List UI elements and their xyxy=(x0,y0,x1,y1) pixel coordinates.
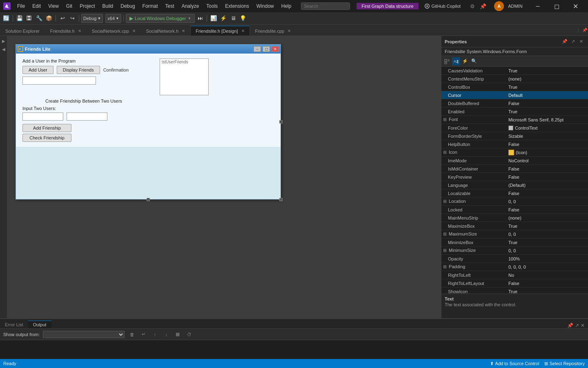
close-button[interactable]: ✕ xyxy=(566,0,585,12)
prop-value-keypreview[interactable]: False xyxy=(507,175,588,180)
tab-socialnetwork-h[interactable]: SocialNetwork.h ✕ xyxy=(141,26,190,36)
prop-value-righttoleftlayout[interactable]: False xyxy=(507,281,588,286)
form-maximize-btn[interactable]: ◻ xyxy=(263,46,270,52)
diag-btn[interactable]: 📊 xyxy=(209,14,218,23)
tab-friendslite-cpp[interactable]: Friendslite.cpp ✕ xyxy=(250,26,296,36)
prop-value-maximumsize[interactable]: 0, 0 xyxy=(507,232,588,237)
output-clear-btn[interactable]: 🗑 xyxy=(128,330,136,339)
tab-pin-btn[interactable]: 📌 xyxy=(581,24,588,36)
toolbox-btn[interactable]: 🔧 xyxy=(35,14,44,23)
resize-handle-mr[interactable] xyxy=(279,120,283,123)
output-source-dropdown[interactable] xyxy=(43,331,125,338)
prop-value-icon[interactable]: (Icon) xyxy=(507,150,588,155)
menu-project[interactable]: Project xyxy=(76,2,98,10)
form-titlebar[interactable]: F Friends Lite – ◻ ✕ xyxy=(16,45,281,54)
config-dropdown[interactable]: Debug ▼ xyxy=(81,14,103,23)
resize-handle-br[interactable] xyxy=(279,198,283,201)
run-button[interactable]: ▶ Local Windows Debugger ▼ xyxy=(126,14,195,23)
form-window[interactable]: F Friends Lite – ◻ ✕ Add a User in xyxy=(16,44,281,200)
tab-friendslite-cpp-close[interactable]: ✕ xyxy=(287,29,291,33)
menu-analyze[interactable]: Analyze xyxy=(178,2,203,10)
user2-input[interactable] xyxy=(67,112,107,121)
toolbox2-btn[interactable]: 📦 xyxy=(45,14,53,23)
menu-view[interactable]: View xyxy=(45,2,62,10)
left-sidebar-btn2[interactable]: ◀ xyxy=(0,46,7,52)
platform-dropdown[interactable]: x64 ▼ xyxy=(105,14,121,23)
cpu-btn[interactable]: 🖥 xyxy=(229,14,238,23)
prop-value-location[interactable]: 0, 0 xyxy=(507,199,588,204)
select-repository-btn[interactable]: ⊞ Select Repository xyxy=(544,361,585,366)
menu-edit[interactable]: Edit xyxy=(29,2,44,10)
prop-value-helpbutton[interactable]: False xyxy=(507,142,588,147)
prop-value-doublebuffered[interactable]: False xyxy=(507,101,588,106)
prop-value-padding[interactable]: 0, 0, 0, 0 xyxy=(507,265,588,269)
menu-debug[interactable]: Debug xyxy=(117,2,138,10)
add-user-btn[interactable]: Add User xyxy=(22,66,53,74)
copilot-pin-btn[interactable]: 📌 xyxy=(479,2,488,11)
copilot-extra-btn[interactable]: ⚙ xyxy=(468,2,477,11)
tab-solution-explorer[interactable]: Solution Explorer xyxy=(0,26,45,36)
menu-format[interactable]: Format xyxy=(139,2,161,10)
tab-overflow-btn[interactable]: ⋮ xyxy=(575,24,581,36)
tab-error-list[interactable]: Error List xyxy=(0,321,28,328)
prop-value-enabled[interactable]: True xyxy=(507,109,588,114)
tab-socialnetwork-cpp[interactable]: SocialNetwork.cpp ✕ xyxy=(87,26,141,36)
prop-value-showicon[interactable]: True xyxy=(507,289,588,294)
prop-value-minimumsize[interactable]: 0, 0 xyxy=(507,248,588,253)
prop-sort-alpha-btn[interactable]: AZ xyxy=(452,57,460,65)
prop-value-cursor[interactable]: Default xyxy=(507,93,588,98)
prop-value-forecolor[interactable]: ControlText xyxy=(507,126,588,130)
resize-handle-bm[interactable] xyxy=(147,198,150,201)
prop-value-controlbox[interactable]: True xyxy=(507,85,588,90)
output-pin-btn[interactable]: 📌 xyxy=(567,323,573,328)
output-close-btn[interactable]: ✕ xyxy=(581,323,585,328)
undo-btn[interactable]: ↩ xyxy=(58,14,67,23)
user-avatar[interactable]: A xyxy=(494,1,504,11)
add-friendship-btn[interactable]: Add Frienship xyxy=(22,124,71,132)
prop-value-opacity[interactable]: 100% xyxy=(507,256,588,261)
output-filter-btn[interactable]: ▦ xyxy=(174,330,182,339)
save-all-btn[interactable] xyxy=(25,14,34,23)
save-btn[interactable]: 💾 xyxy=(15,14,24,23)
add-source-control-btn[interactable]: ⬆ Add to Source Control xyxy=(490,361,539,366)
step-over-btn[interactable]: ⏭ xyxy=(196,14,205,23)
prop-search-btn[interactable]: 🔍 xyxy=(470,57,478,65)
redo-btn[interactable]: ↪ xyxy=(68,14,77,23)
github-copilot-button[interactable]: GitHub Copilot xyxy=(422,3,463,9)
new-project-btn[interactable]: 🔄 xyxy=(2,14,11,23)
prop-value-contextmenustrip[interactable]: (none) xyxy=(507,76,588,81)
prop-value-causesvalidation[interactable]: True xyxy=(507,68,588,73)
prop-close-btn[interactable]: ✕ xyxy=(577,38,585,45)
tab-design[interactable]: Friendslite.h [Design] ✕ xyxy=(190,26,249,36)
prop-value-font[interactable]: Microsoft Sans Serif, 8.25pt xyxy=(507,117,588,122)
menu-help[interactable]: Help xyxy=(278,2,295,10)
search-input[interactable] xyxy=(304,4,341,9)
display-friends-btn[interactable]: Display Friends xyxy=(57,66,100,74)
menu-extensions[interactable]: Extensions xyxy=(222,2,252,10)
prop-value-ismdicontainer[interactable]: False xyxy=(507,166,588,171)
tab-socialnetwork-h-close[interactable]: ✕ xyxy=(182,29,185,33)
menu-tools[interactable]: Tools xyxy=(203,2,221,10)
output-wrap-btn[interactable]: ↵ xyxy=(139,330,147,339)
menu-window[interactable]: Window xyxy=(253,2,277,10)
menu-file[interactable]: File xyxy=(14,2,28,10)
form-close-btn[interactable]: ✕ xyxy=(272,46,279,52)
prop-value-righttoleft[interactable]: No xyxy=(507,273,588,278)
prop-sort-category-btn[interactable] xyxy=(443,57,451,65)
friends-listbox[interactable]: lstUserFriends xyxy=(160,58,209,95)
minimize-button[interactable]: – xyxy=(528,0,547,12)
prop-value-localizable[interactable]: False xyxy=(507,191,588,196)
prop-value-minimizebox[interactable]: True xyxy=(507,240,588,245)
tab-friendslite-h-close[interactable]: ✕ xyxy=(78,29,81,33)
output-next-btn[interactable]: ↓ xyxy=(162,330,170,339)
prop-value-mainmenustrip[interactable]: (none) xyxy=(507,215,588,220)
tab-output[interactable]: Output xyxy=(28,321,51,328)
prop-value-language[interactable]: (Default) xyxy=(507,183,588,188)
restore-button[interactable]: ◻ xyxy=(547,0,566,12)
tab-friendslite-h[interactable]: Friendslite.h ✕ xyxy=(45,26,87,36)
mem-btn[interactable]: 💡 xyxy=(238,14,247,23)
prop-value-locked[interactable]: False xyxy=(507,207,588,212)
menu-test[interactable]: Test xyxy=(162,2,178,10)
output-float-btn[interactable]: ↗ xyxy=(575,323,579,328)
output-prev-btn[interactable]: ↑ xyxy=(151,330,159,339)
